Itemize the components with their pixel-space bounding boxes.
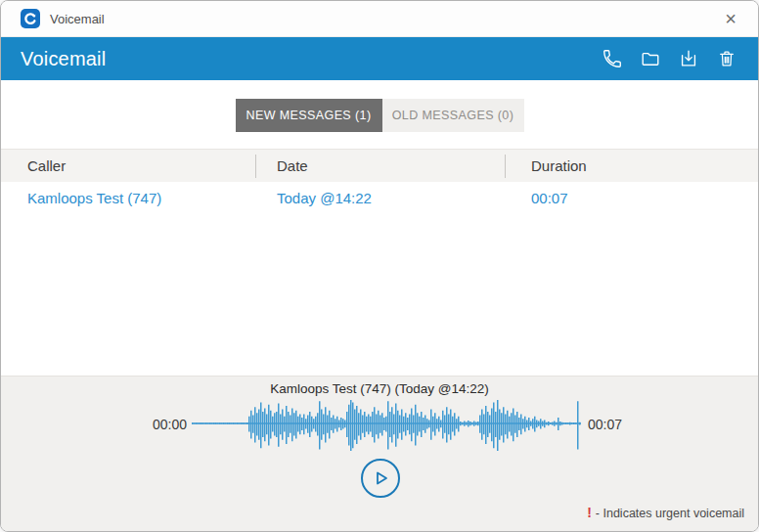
app-header: Voicemail bbox=[1, 37, 758, 80]
time-end-label: 00:07 bbox=[588, 417, 629, 432]
page-title: Voicemail bbox=[21, 48, 106, 70]
app-logo-icon bbox=[21, 9, 40, 28]
voicemail-window: Voicemail × Voicemail bbox=[0, 0, 759, 532]
play-button[interactable] bbox=[361, 459, 400, 498]
date-cell[interactable]: Today @14:22 bbox=[277, 182, 372, 215]
voicemail-row[interactable]: Kamloops Test (747) Today @14:22 00:07 bbox=[1, 182, 758, 215]
message-tabs: NEW MESSAGES (1) OLD MESSAGES (0) bbox=[1, 99, 758, 132]
trash-icon[interactable] bbox=[715, 47, 738, 70]
column-duration: Duration bbox=[531, 150, 587, 183]
download-icon[interactable] bbox=[677, 47, 700, 70]
duration-cell[interactable]: 00:07 bbox=[531, 182, 568, 215]
player-panel: Kamloops Test (747) (Today @14:22) 00:00… bbox=[1, 376, 758, 531]
folder-icon[interactable] bbox=[639, 47, 662, 70]
window-title: Voicemail bbox=[50, 12, 105, 26]
column-divider bbox=[505, 155, 506, 178]
urgent-legend: !- Indicates urgent voicemail bbox=[587, 505, 744, 520]
phone-icon[interactable] bbox=[601, 47, 624, 70]
close-button[interactable]: × bbox=[717, 5, 744, 32]
urgent-mark: ! bbox=[587, 505, 592, 520]
titlebar: Voicemail × bbox=[1, 1, 758, 37]
tab-new-messages[interactable]: NEW MESSAGES (1) bbox=[236, 99, 382, 132]
column-caller: Caller bbox=[27, 150, 66, 183]
waveform[interactable] bbox=[192, 393, 581, 456]
tab-old-messages[interactable]: OLD MESSAGES (0) bbox=[382, 99, 524, 132]
time-start-label: 00:00 bbox=[146, 417, 187, 432]
table-header: Caller Date Duration bbox=[1, 149, 758, 182]
caller-cell[interactable]: Kamloops Test (747) bbox=[27, 182, 161, 215]
column-date: Date bbox=[277, 150, 308, 183]
column-divider bbox=[255, 155, 256, 178]
urgent-text: - Indicates urgent voicemail bbox=[596, 507, 744, 520]
